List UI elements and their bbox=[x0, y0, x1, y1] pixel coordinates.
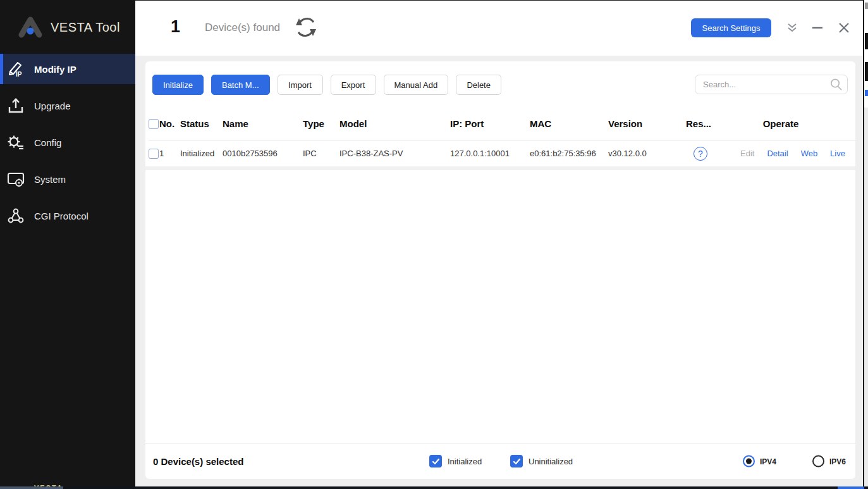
checkbox-checked-icon bbox=[510, 455, 523, 467]
vesta-logo-icon bbox=[16, 15, 44, 40]
cell-type: IPC bbox=[303, 149, 339, 158]
col-type: Type bbox=[303, 118, 339, 129]
sidebar-item-modify-ip[interactable]: IP Modify IP bbox=[0, 54, 135, 84]
sidebar-item-label: Upgrade bbox=[34, 101, 71, 111]
col-version: Version bbox=[608, 118, 686, 129]
select-all-checkbox[interactable] bbox=[149, 119, 159, 129]
node-triangle-icon bbox=[6, 206, 25, 225]
col-mac: MAC bbox=[530, 118, 608, 129]
content-area: Initialize Batch M... Import Export Manu… bbox=[135, 56, 863, 486]
operate-links: Edit Detail Web Live bbox=[725, 149, 855, 158]
row-checkbox[interactable] bbox=[149, 149, 159, 159]
refresh-button[interactable] bbox=[291, 13, 321, 42]
edit-link[interactable]: Edit bbox=[740, 149, 754, 158]
search-box bbox=[695, 75, 848, 94]
collapse-button[interactable] bbox=[783, 18, 802, 37]
filter-label: Initialized bbox=[448, 457, 482, 466]
filter-label: Uninitialized bbox=[529, 457, 573, 466]
export-button[interactable]: Export bbox=[331, 75, 376, 95]
row-separator bbox=[145, 166, 855, 170]
device-panel: Initialize Batch M... Import Export Manu… bbox=[145, 61, 855, 479]
window-bottom-edge bbox=[0, 486, 868, 489]
radio-label: IPV4 bbox=[760, 457, 776, 466]
import-button[interactable]: Import bbox=[278, 75, 323, 95]
cell-mac: e0:61:b2:75:35:96 bbox=[530, 149, 608, 158]
refresh-icon bbox=[292, 15, 320, 40]
radio-ipv6[interactable]: IPV6 bbox=[812, 455, 846, 467]
manual-add-button[interactable]: Manual Add bbox=[384, 75, 449, 95]
radio-unselected-icon bbox=[812, 455, 824, 467]
search-input[interactable] bbox=[695, 75, 848, 94]
sidebar-item-upgrade[interactable]: Upgrade bbox=[0, 90, 135, 121]
screen-edge-artifact bbox=[863, 0, 868, 486]
col-res: Res... bbox=[686, 118, 725, 129]
radio-ipv4[interactable]: IPV4 bbox=[743, 455, 776, 467]
col-operate: Operate bbox=[725, 118, 855, 129]
cell-name: 0010b2753596 bbox=[223, 149, 303, 158]
sidebar-item-system[interactable]: System bbox=[0, 164, 135, 194]
selected-count-label: 0 Device(s) selected bbox=[153, 456, 243, 467]
app-logo-row: VESTA Tool bbox=[0, 9, 135, 46]
delete-button[interactable]: Delete bbox=[456, 75, 501, 95]
device-count: 1 bbox=[171, 17, 180, 37]
minimize-icon bbox=[810, 20, 825, 35]
checkbox-checked-icon bbox=[429, 455, 442, 467]
live-link[interactable]: Live bbox=[830, 149, 845, 158]
detail-link[interactable]: Detail bbox=[767, 149, 788, 158]
col-name: Name bbox=[223, 118, 303, 129]
chevron-double-down-icon bbox=[785, 20, 800, 35]
radio-label: IPV6 bbox=[829, 457, 846, 466]
col-model: Model bbox=[339, 118, 450, 129]
search-icon[interactable] bbox=[829, 78, 843, 91]
app-title: VESTA Tool bbox=[51, 20, 120, 35]
col-no: No. bbox=[159, 118, 180, 129]
batch-modify-button[interactable]: Batch M... bbox=[211, 75, 270, 95]
search-settings-button[interactable]: Search Settings bbox=[691, 18, 771, 37]
sidebar: VESTA Tool IP Modify IP Upgrade bbox=[0, 0, 135, 486]
initialize-button[interactable]: Initialize bbox=[152, 75, 204, 95]
close-button[interactable] bbox=[834, 18, 853, 37]
filter-uninitialized[interactable]: Uninitialized bbox=[510, 455, 573, 467]
question-circle-icon[interactable]: ? bbox=[694, 147, 707, 161]
sidebar-item-label: Modify IP bbox=[34, 64, 76, 75]
cell-no: 1 bbox=[159, 149, 180, 158]
panel-footer: 0 Device(s) selected Initialized Uniniti… bbox=[145, 443, 855, 479]
filter-initialized[interactable]: Initialized bbox=[429, 455, 482, 467]
close-icon bbox=[836, 20, 852, 35]
cell-version: v30.12.0.0 bbox=[608, 149, 686, 158]
table-row: 1 Initialized 0010b2753596 IPC IPC-B38-Z… bbox=[149, 140, 855, 166]
svg-text:IP: IP bbox=[16, 71, 22, 78]
cell-status: Initialized bbox=[180, 149, 223, 158]
cell-ip-port: 127.0.0.1:10001 bbox=[450, 149, 530, 158]
table-header-row: No. Status Name Type Model IP: Port MAC … bbox=[149, 113, 855, 134]
web-link[interactable]: Web bbox=[801, 149, 818, 158]
radio-selected-icon bbox=[743, 455, 755, 467]
col-status: Status bbox=[180, 118, 223, 129]
device-count-label: Device(s) found bbox=[205, 22, 280, 34]
upload-icon bbox=[6, 96, 25, 115]
device-toolbar: Initialize Batch M... Import Export Manu… bbox=[152, 75, 501, 95]
sidebar-item-config[interactable]: Config bbox=[0, 127, 135, 158]
gear-list-icon bbox=[6, 133, 25, 152]
minimize-button[interactable] bbox=[808, 18, 827, 37]
sidebar-item-label: CGI Protocol bbox=[34, 211, 89, 221]
top-header: 1 Device(s) found Search Settings bbox=[135, 0, 863, 56]
sidebar-item-cgi-protocol[interactable]: CGI Protocol bbox=[0, 201, 135, 231]
monitor-gear-icon bbox=[6, 170, 25, 189]
sidebar-item-label: System bbox=[34, 174, 66, 185]
col-ip-port: IP: Port bbox=[450, 118, 530, 129]
sidebar-item-label: Config bbox=[34, 137, 61, 148]
cell-model: IPC-B38-ZAS-PV bbox=[339, 149, 450, 158]
pen-ip-icon: IP bbox=[6, 59, 25, 78]
